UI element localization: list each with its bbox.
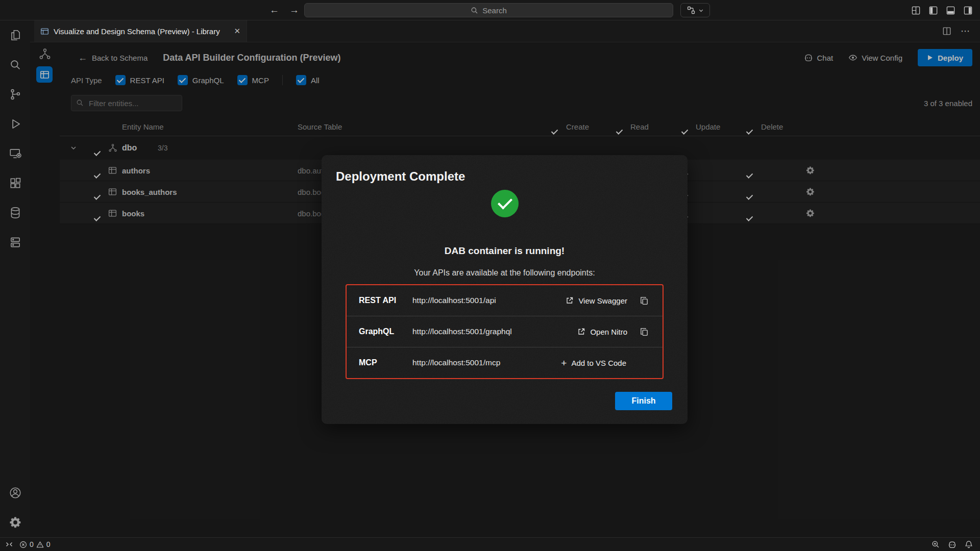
vscode-window: ← → Search (0, 0, 980, 551)
tab-bar: Visualize and Design Schema (Preview) - … (30, 20, 980, 42)
error-count: 0 (30, 540, 34, 548)
back-nav-icon[interactable]: ← (270, 5, 279, 16)
title-bar: ← → Search (0, 0, 980, 20)
workflow-icon (687, 6, 695, 14)
search-sidebar-icon[interactable] (0, 50, 30, 80)
error-icon (19, 541, 27, 548)
finish-button[interactable]: Finish (615, 392, 672, 410)
toggle-secondary-sidebar-icon[interactable] (963, 6, 973, 15)
remote-explorer-icon[interactable] (0, 139, 30, 168)
endpoint-action-label: Open Nitro (590, 328, 627, 336)
tab-label: Visualize and Design Schema (Preview) - … (54, 27, 227, 36)
chevron-down-icon (698, 8, 704, 13)
search-icon (471, 7, 478, 14)
modal-title: Deployment Complete (336, 169, 465, 184)
search-placeholder: Search (482, 6, 507, 15)
toggle-panel-icon[interactable] (946, 6, 955, 15)
extensions-icon[interactable] (0, 168, 30, 198)
view-swagger-button[interactable]: View Swagger (566, 296, 627, 305)
problems-indicator[interactable]: 0 0 (19, 540, 51, 548)
endpoint-action-label: View Swagger (578, 296, 627, 305)
status-bar: 0 0 (0, 537, 980, 551)
endpoint-label: REST API (359, 296, 412, 305)
endpoint-label: GraphQL (359, 327, 412, 336)
customize-layout-icon[interactable] (911, 6, 921, 15)
endpoints-box: REST API http://localhost:5001/api View … (346, 284, 664, 379)
external-link-icon (566, 296, 574, 305)
run-debug-icon[interactable] (0, 109, 30, 139)
endpoint-url: http://localhost:5001/graphql (412, 327, 577, 336)
warning-icon (36, 541, 44, 548)
endpoint-label: MCP (359, 358, 412, 367)
copy-icon[interactable] (640, 296, 649, 305)
webview-tab-icon (40, 27, 49, 36)
endpoint-url: http://localhost:5001/api (412, 296, 566, 305)
more-actions-icon[interactable]: ⋯ (961, 26, 970, 37)
open-nitro-button[interactable]: Open Nitro (577, 328, 627, 336)
command-center-search[interactable]: Search (304, 3, 673, 17)
endpoint-row-mcp: MCP http://localhost:5001/mcp + Add to V… (347, 347, 663, 378)
external-link-icon (577, 328, 585, 336)
plus-icon: + (561, 358, 567, 368)
session-dropdown-button[interactable] (680, 3, 710, 17)
schema-designer-extension-icon[interactable] (0, 228, 30, 257)
modal-subheading: Your APIs are available at the following… (322, 268, 688, 278)
deployment-complete-dialog: Deployment Complete DAB container is run… (322, 155, 688, 424)
zoom-in-icon[interactable] (932, 540, 940, 548)
account-icon[interactable] (0, 478, 30, 508)
tab-close-icon[interactable]: ✕ (234, 27, 240, 36)
activity-bar (0, 20, 30, 537)
add-to-vscode-button[interactable]: + Add to VS Code (561, 358, 626, 368)
split-editor-icon[interactable] (942, 27, 951, 36)
toggle-sidebar-icon[interactable] (928, 6, 938, 15)
database-extension-icon[interactable] (0, 198, 30, 228)
endpoint-action-label: Add to VS Code (571, 359, 626, 367)
endpoint-row-rest: REST API http://localhost:5001/api View … (347, 285, 663, 316)
remote-indicator-icon[interactable] (5, 540, 13, 548)
explorer-icon[interactable] (0, 20, 30, 50)
endpoint-url: http://localhost:5001/mcp (412, 358, 561, 367)
copy-icon[interactable] (640, 327, 649, 336)
endpoint-row-graphql: GraphQL http://localhost:5001/graphql Op… (347, 316, 663, 347)
warning-count: 0 (46, 540, 51, 548)
modal-heading: DAB container is running! (322, 245, 688, 257)
tab-schema-designer[interactable]: Visualize and Design Schema (Preview) - … (34, 20, 247, 42)
copilot-status-icon[interactable] (948, 540, 957, 549)
source-control-icon[interactable] (0, 80, 30, 109)
settings-gear-icon[interactable] (0, 508, 30, 537)
notifications-bell-icon[interactable] (965, 540, 973, 548)
success-check-icon (491, 190, 519, 217)
forward-nav-icon[interactable]: → (289, 5, 299, 16)
